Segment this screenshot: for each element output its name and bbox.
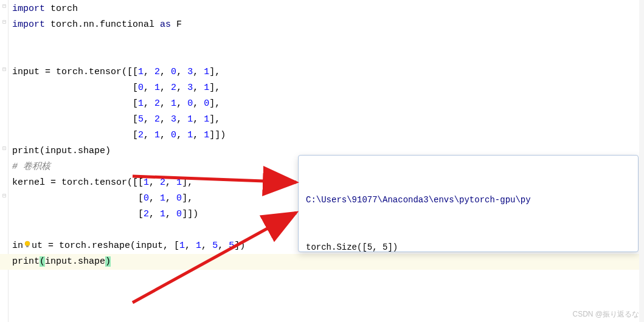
number: 0 xyxy=(171,67,176,77)
code-text: [ xyxy=(12,114,138,125)
number: 1 xyxy=(196,241,201,251)
number: 2 xyxy=(160,177,165,188)
code-text: input.shape xyxy=(45,256,105,267)
code-text: print(input.shape) xyxy=(12,146,111,156)
code-text: ], xyxy=(182,193,193,204)
number: 0 xyxy=(171,130,176,140)
number: 2 xyxy=(154,98,160,109)
code-text: [ xyxy=(12,83,138,93)
number: 1 xyxy=(179,241,185,251)
number: 1 xyxy=(204,67,209,77)
number: 1 xyxy=(171,98,176,109)
number: 1 xyxy=(160,193,165,204)
number: 3 xyxy=(171,114,176,125)
svg-rect-1 xyxy=(26,245,29,247)
number: 5 xyxy=(229,241,234,251)
svg-point-0 xyxy=(25,241,30,246)
number: 5 xyxy=(138,114,144,125)
number: 1 xyxy=(187,130,193,140)
number: 1 xyxy=(154,83,160,93)
number: 2 xyxy=(154,67,160,77)
paren-match: ) xyxy=(105,256,111,267)
number: 0 xyxy=(204,98,209,109)
number: 0 xyxy=(138,83,144,93)
code-line[interactable]: [5, 2, 3, 1, 1], xyxy=(0,112,644,128)
code-line[interactable]: import torch xyxy=(0,1,644,17)
number: 2 xyxy=(144,209,149,219)
code-line[interactable]: [1, 2, 1, 0, 0], xyxy=(0,96,644,112)
code-text: ]]) xyxy=(182,209,198,219)
code-text: [ xyxy=(12,209,144,219)
intention-bulb-icon[interactable] xyxy=(23,239,32,248)
number: 0 xyxy=(176,193,182,204)
number: 1 xyxy=(176,177,182,188)
code-text: input = torch.tensor([[ xyxy=(12,67,138,77)
number: 1 xyxy=(204,114,209,125)
number: 2 xyxy=(171,83,176,93)
keyword: import xyxy=(12,19,45,30)
number: 1 xyxy=(187,114,193,125)
number: 2 xyxy=(154,114,160,125)
keyword: import xyxy=(12,4,45,14)
code-text: [ xyxy=(12,130,138,140)
number: 1 xyxy=(138,98,144,109)
number: 1 xyxy=(204,130,209,140)
number: 1 xyxy=(160,209,165,219)
code-text: torch xyxy=(45,4,78,14)
code-text: F xyxy=(171,19,182,30)
watermark: CSDN @振り返るな xyxy=(572,309,639,320)
code-text: ], xyxy=(182,177,193,188)
output-path: C:\Users\91077\Anaconda3\envs\pytorch-gp… xyxy=(306,192,631,208)
number: 2 xyxy=(138,130,144,140)
scrollbar-track[interactable] xyxy=(639,0,644,322)
code-text: ]) xyxy=(234,241,245,251)
code-line[interactable] xyxy=(0,33,644,49)
code-text: torch.nn.functional xyxy=(45,19,160,30)
code-text: print xyxy=(12,256,40,267)
code-text: ut = torch.reshape(input, [ xyxy=(32,241,179,251)
keyword: as xyxy=(160,19,171,30)
code-line-highlighted[interactable]: print(input.shape) xyxy=(0,254,644,270)
code-line[interactable] xyxy=(0,49,644,64)
number: 0 xyxy=(187,98,193,109)
output-line: torch.Size([5, 5]) xyxy=(306,239,631,252)
code-text: ], xyxy=(209,98,220,109)
code-line[interactable]: [0, 1, 2, 3, 1], xyxy=(0,80,644,96)
comment: # 卷积核 xyxy=(12,162,50,172)
code-line[interactable]: [2, 1, 0, 1, 1]]) xyxy=(0,128,644,143)
code-text: ], xyxy=(209,67,220,77)
code-line[interactable]: input = torch.tensor([[1, 2, 0, 3, 1], xyxy=(0,64,644,80)
paren-match: ( xyxy=(40,256,45,267)
number: 5 xyxy=(212,241,218,251)
number: 0 xyxy=(144,193,149,204)
code-line[interactable]: import torch.nn.functional as F xyxy=(0,17,644,33)
code-text: ], xyxy=(209,114,220,125)
number: 1 xyxy=(204,83,209,93)
code-text: ]]) xyxy=(209,130,226,140)
number: 0 xyxy=(176,209,182,219)
output-panel: C:\Users\91077\Anaconda3\envs\pytorch-gp… xyxy=(298,155,639,252)
code-text: [ xyxy=(12,98,138,109)
number: 3 xyxy=(187,67,193,77)
number: 1 xyxy=(144,177,149,188)
code-text: in xyxy=(12,241,23,251)
number: 1 xyxy=(138,67,144,77)
code-text: ], xyxy=(209,83,220,93)
code-text: [ xyxy=(12,193,144,204)
number: 1 xyxy=(154,130,160,140)
number: 3 xyxy=(187,83,193,93)
code-text: kernel = torch.tensor([[ xyxy=(12,177,144,188)
